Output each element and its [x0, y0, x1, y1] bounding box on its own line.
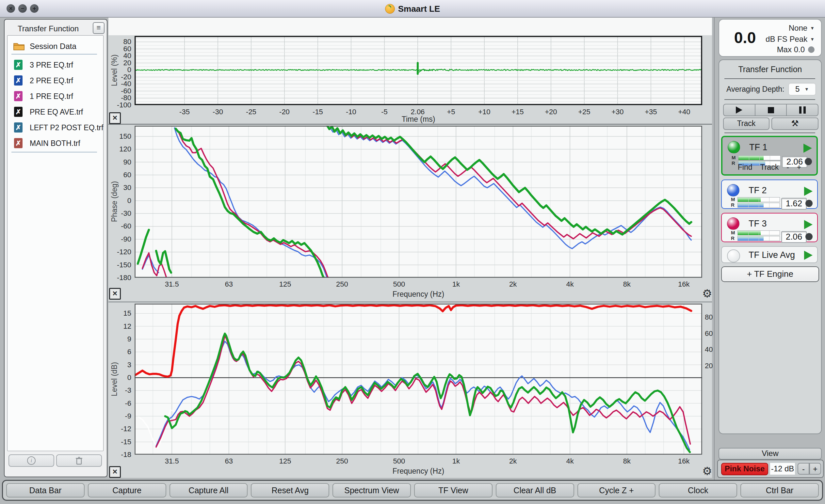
lin-close-button[interactable]: ✕ — [109, 112, 121, 124]
mag-x-tick-label: 250 — [329, 457, 355, 466]
lin-x-tick-label: +25 — [571, 108, 597, 116]
mag-y-tick-label: -18 — [109, 450, 131, 459]
meter-fill — [739, 156, 764, 160]
phase-x-tick-label: 1k — [443, 280, 469, 288]
tf-live-avg-row[interactable]: TF Live Avg — [721, 246, 818, 263]
capture-dot-icon[interactable] — [805, 233, 813, 240]
averaging-label: Averaging Depth: — [726, 85, 784, 94]
meter-max-row: Max 0.0 — [777, 45, 815, 54]
magnitude-close-button[interactable]: ✕ — [109, 466, 121, 478]
meter-segment-divider — [748, 197, 749, 202]
phase-y-tick-label: 150 — [109, 132, 131, 141]
library-menu-button[interactable]: ≡ — [93, 22, 104, 34]
engine-play-icon[interactable] — [804, 220, 813, 229]
meter-segment-divider — [769, 197, 769, 202]
control-bar-button-reset-avg[interactable]: Reset Avg — [251, 483, 329, 497]
magnitude-settings-gear-icon[interactable]: ⚙ — [702, 466, 712, 477]
trace-tf-2-magnitude — [156, 341, 689, 449]
list-item-file[interactable]: ✗LEFT P2 POST EQ.trf — [11, 121, 99, 134]
lin-x-tick-label: -25 — [238, 108, 264, 116]
meter-segment-divider — [759, 197, 759, 202]
lin-plot-area[interactable] — [135, 36, 702, 105]
mag-plot-area[interactable] — [135, 304, 702, 455]
phase-x-tick-label: 16k — [671, 280, 697, 288]
mag-x-tick-label: 500 — [386, 457, 412, 466]
trace-file-icon: ✗ — [14, 75, 22, 86]
control-bar-button-ctrl-bar[interactable]: Ctrl Bar — [740, 483, 819, 497]
mag-y-tick-label: 12 — [109, 322, 131, 331]
trash-icon — [75, 456, 83, 465]
trace-tf-1-magnitude — [165, 334, 690, 452]
control-bar-button-clear-all-db[interactable]: Clear All dB — [496, 483, 574, 497]
pause-icon — [799, 106, 806, 113]
phase-y-tick-label: -180 — [109, 273, 131, 282]
peak-reset-dot-icon[interactable] — [808, 47, 815, 53]
lin-x-tick-label: +40 — [671, 108, 697, 116]
session-data-folder[interactable]: Session Data — [11, 39, 99, 53]
generator-level-minus-button[interactable]: - — [798, 463, 809, 475]
phase-y-tick-label: -120 — [109, 248, 131, 256]
meter-label-m: M — [732, 155, 736, 160]
file-info-button[interactable]: i — [8, 454, 54, 467]
tf-engine-2[interactable]: TF 2MR1.62 — [721, 179, 818, 209]
engine-control-+[interactable]: + — [797, 163, 801, 171]
phase-settings-gear-icon[interactable]: ⚙ — [702, 288, 712, 299]
generator-level-plus-button[interactable]: + — [809, 463, 821, 475]
phase-x-tick-label: 8k — [614, 280, 640, 288]
trace-file-icon: ✗ — [14, 91, 22, 101]
pink-noise-button[interactable]: Pink Noise — [721, 463, 768, 475]
control-bar-button-tf-view[interactable]: TF View — [414, 483, 493, 497]
trace-tf-1-phase — [138, 126, 691, 278]
list-item-file[interactable]: ✗3 PRE EQ.trf — [11, 59, 99, 72]
phase-x-tick-label: 4k — [557, 280, 583, 288]
phase-x-tick-label: 250 — [329, 280, 355, 288]
track-button[interactable]: Track — [723, 117, 769, 130]
engine-control-find[interactable]: Find — [738, 163, 752, 171]
control-bar-button-capture[interactable]: Capture — [88, 483, 166, 497]
control-bar-button-clock[interactable]: Clock — [659, 483, 737, 497]
mag-y-tick-label: 9 — [109, 335, 131, 343]
phase-plot-area[interactable] — [135, 126, 702, 278]
list-item-file[interactable]: ✗2 PRE EQ.trf — [11, 74, 99, 87]
pause-button[interactable] — [787, 104, 818, 115]
mag-y-tick-label: 15 — [109, 309, 131, 318]
meter-value: 0.0 — [727, 29, 763, 47]
play-button[interactable] — [724, 104, 755, 115]
engine-control-[interactable]: - — [786, 163, 789, 171]
meter-label-m: M — [731, 196, 735, 202]
engine-play-icon[interactable] — [804, 144, 812, 153]
engine-play-icon[interactable] — [804, 187, 813, 196]
list-item-file[interactable]: ✗PRE EQ AVE.trf — [11, 105, 99, 118]
engine-control-track[interactable]: Track — [760, 163, 778, 171]
list-item-file[interactable]: ✗1 PRE EQ.trf — [11, 90, 99, 103]
list-divider — [11, 152, 97, 153]
capture-dot-icon[interactable] — [805, 200, 813, 207]
meter-fill — [738, 203, 764, 207]
meter-source-dropdown[interactable]: None▼ — [789, 23, 815, 33]
tf-engine-1[interactable]: TF 1MR2.06FindTrack-+ — [721, 136, 818, 176]
engine-color-ball — [728, 141, 740, 153]
control-bar-button-data-bar[interactable]: Data Bar — [6, 483, 85, 497]
phase-x-axis-title: Frequency (Hz) — [386, 290, 451, 299]
tf-engine-3[interactable]: TF 3MR2.06 — [721, 213, 818, 242]
control-bar-button-spectrum-view[interactable]: Spectrum View — [332, 483, 411, 497]
hammer-wrench-icon: ⚒ — [791, 118, 799, 128]
view-button[interactable]: View — [719, 448, 822, 459]
control-bar-button-capture-all[interactable]: Capture All — [169, 483, 248, 497]
meter-unit-dropdown[interactable]: dB FS Peak▼ — [765, 34, 815, 44]
phase-y-axis-title: Phase (deg) — [110, 169, 119, 234]
delay-value-field[interactable]: 2.06 — [781, 231, 807, 243]
meter-segment-divider — [759, 156, 760, 160]
chevron-down-icon: ▼ — [810, 25, 815, 31]
add-tf-engine-button[interactable]: + TF Engine — [721, 266, 819, 282]
phase-close-button[interactable]: ✕ — [109, 288, 121, 300]
averaging-depth-select[interactable]: 5 ▼ — [789, 83, 816, 95]
engine-play-icon[interactable] — [804, 251, 813, 260]
delay-value-field[interactable]: 1.62 — [781, 198, 807, 209]
stop-button[interactable] — [755, 104, 787, 115]
tools-button[interactable]: ⚒ — [771, 117, 818, 130]
control-bar-button-cycle-z-[interactable]: Cycle Z + — [578, 483, 656, 497]
file-delete-button[interactable] — [56, 454, 102, 467]
list-item-file[interactable]: ✗MAIN BOTH.trf — [11, 137, 99, 150]
lin-x-tick-label: +10 — [471, 108, 498, 116]
